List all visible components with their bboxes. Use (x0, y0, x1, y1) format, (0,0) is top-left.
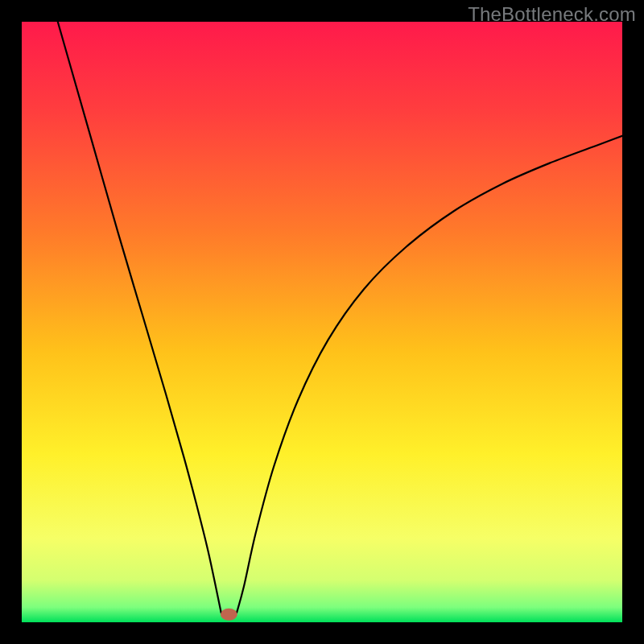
chart-svg (22, 22, 622, 622)
gradient-background (22, 22, 622, 622)
chart-frame: TheBottleneck.com (0, 0, 644, 644)
plot-area (22, 22, 622, 622)
watermark-text: TheBottleneck.com (468, 3, 636, 26)
optimum-marker (221, 609, 237, 621)
